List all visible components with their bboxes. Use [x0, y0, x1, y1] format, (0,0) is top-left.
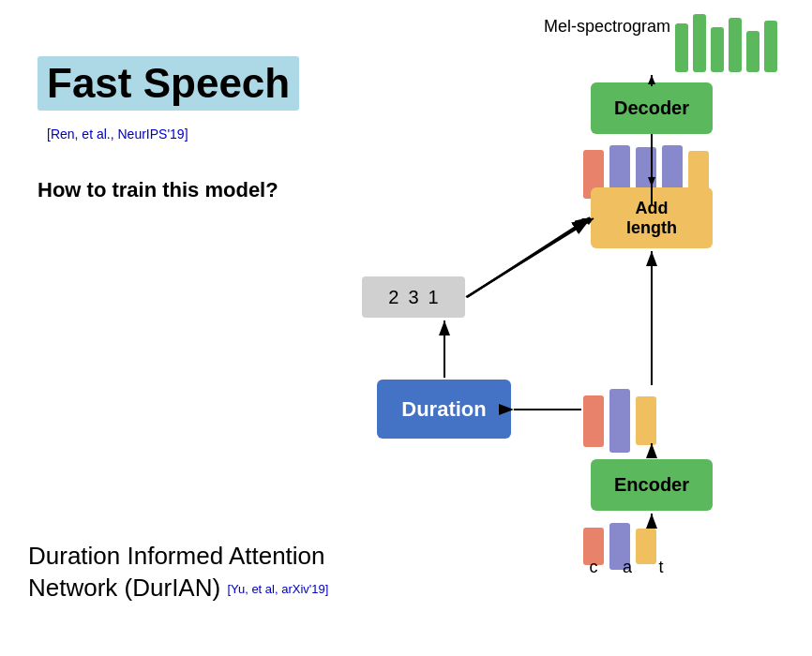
bottom-title: Duration Informed Attention Network (Dur…	[28, 541, 328, 604]
title-citation: [Ren, et al., NeurIPS'19]	[47, 127, 188, 142]
mel-bars	[675, 14, 777, 72]
question-text: How to train this model?	[38, 178, 278, 202]
mel-bar-3	[711, 27, 724, 72]
decoder-box: Decoder	[591, 82, 713, 134]
char-c: c	[579, 558, 608, 577]
duration-box: Duration	[377, 380, 511, 439]
title-box: Fast Speech	[38, 56, 299, 111]
char-t: t	[647, 558, 675, 577]
mel-bar-5	[746, 31, 759, 72]
svg-line-4	[466, 218, 594, 297]
bar-enc-lavender	[609, 389, 630, 453]
svg-line-6	[467, 218, 591, 297]
mel-label: Mel-spectrogram	[544, 17, 670, 37]
char-labels: c a t	[579, 558, 675, 577]
svg-line-10	[467, 217, 590, 297]
bar-enc-yellow	[636, 396, 656, 445]
mid-bars-encoder	[583, 389, 656, 453]
mel-bar-6	[764, 21, 777, 72]
number-box: 2 3 1	[362, 276, 465, 318]
main-title: Fast Speech	[47, 60, 290, 106]
encoder-box: Encoder	[591, 459, 713, 511]
bar-enc-salmon	[583, 395, 604, 447]
add-length-box: Addlength	[591, 187, 713, 248]
mel-bar-2	[693, 14, 706, 72]
num-3: 1	[429, 287, 439, 308]
num-1: 2	[388, 287, 398, 308]
mel-bar-4	[729, 18, 742, 72]
num-2: 3	[408, 287, 418, 308]
char-a: a	[613, 558, 641, 577]
mel-bar-1	[675, 23, 688, 72]
bottom-citation: [Yu, et al, arXiv'19]	[227, 582, 328, 596]
